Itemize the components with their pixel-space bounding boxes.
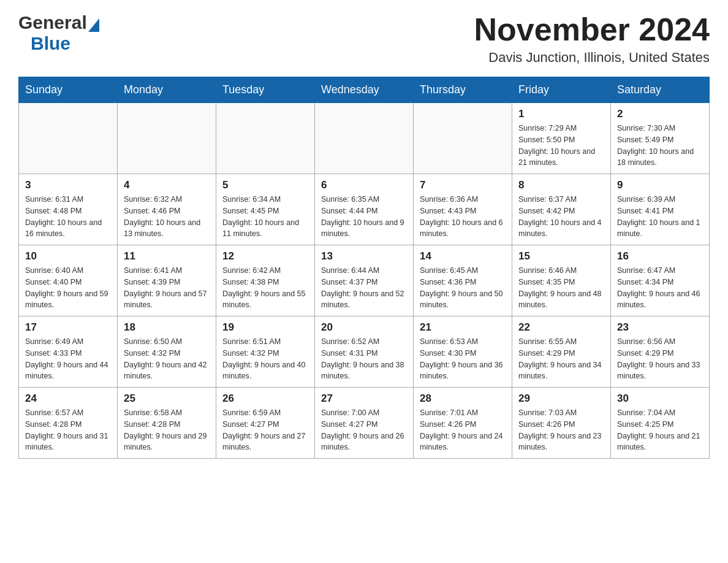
header-day-friday: Friday: [512, 77, 611, 103]
day-info: Sunrise: 6:44 AMSunset: 4:37 PMDaylight:…: [321, 265, 407, 311]
day-number: 14: [420, 250, 506, 262]
day-number: 2: [617, 108, 703, 120]
calendar-week-row: 1Sunrise: 7:29 AMSunset: 5:50 PMDaylight…: [19, 103, 710, 174]
day-number: 18: [124, 321, 210, 334]
day-number: 23: [617, 321, 703, 334]
day-number: 28: [420, 393, 506, 405]
day-number: 6: [321, 179, 407, 191]
calendar-cell: 9Sunrise: 6:39 AMSunset: 4:41 PMDaylight…: [611, 174, 710, 245]
calendar-week-row: 24Sunrise: 6:57 AMSunset: 4:28 PMDayligh…: [19, 388, 710, 459]
day-info: Sunrise: 6:51 AMSunset: 4:32 PMDaylight:…: [222, 336, 308, 382]
day-number: 27: [321, 393, 407, 405]
calendar-cell: 18Sunrise: 6:50 AMSunset: 4:32 PMDayligh…: [118, 316, 216, 388]
calendar-cell: 4Sunrise: 6:32 AMSunset: 4:46 PMDaylight…: [118, 174, 216, 245]
calendar-cell: 7Sunrise: 6:36 AMSunset: 4:43 PMDaylight…: [414, 174, 512, 245]
day-number: 4: [124, 179, 210, 191]
day-number: 25: [124, 393, 210, 405]
day-info: Sunrise: 7:03 AMSunset: 4:26 PMDaylight:…: [518, 407, 604, 453]
calendar-week-row: 10Sunrise: 6:40 AMSunset: 4:40 PMDayligh…: [19, 245, 710, 316]
calendar-cell: 16Sunrise: 6:47 AMSunset: 4:34 PMDayligh…: [611, 245, 710, 316]
calendar-cell: [19, 103, 118, 174]
day-number: 5: [222, 179, 308, 191]
day-number: 10: [25, 250, 111, 262]
day-info: Sunrise: 7:01 AMSunset: 4:26 PMDaylight:…: [420, 407, 506, 453]
calendar-cell: 20Sunrise: 6:52 AMSunset: 4:31 PMDayligh…: [315, 316, 414, 388]
day-number: 26: [222, 393, 308, 405]
day-info: Sunrise: 6:34 AMSunset: 4:45 PMDaylight:…: [222, 194, 308, 240]
day-number: 3: [25, 179, 111, 191]
day-number: 1: [518, 108, 604, 120]
day-info: Sunrise: 6:56 AMSunset: 4:29 PMDaylight:…: [617, 336, 703, 382]
day-info: Sunrise: 6:53 AMSunset: 4:30 PMDaylight:…: [420, 336, 506, 382]
day-info: Sunrise: 6:45 AMSunset: 4:36 PMDaylight:…: [420, 265, 506, 311]
calendar-cell: 11Sunrise: 6:41 AMSunset: 4:39 PMDayligh…: [118, 245, 216, 316]
header-day-saturday: Saturday: [611, 77, 710, 103]
day-number: 20: [321, 321, 407, 334]
calendar-cell: 30Sunrise: 7:04 AMSunset: 4:25 PMDayligh…: [611, 388, 710, 459]
calendar-cell: 25Sunrise: 6:58 AMSunset: 4:28 PMDayligh…: [118, 388, 216, 459]
calendar-cell: 28Sunrise: 7:01 AMSunset: 4:26 PMDayligh…: [414, 388, 512, 459]
page-header: General Blue November 2024 Davis Junctio…: [18, 12, 710, 66]
calendar-cell: 10Sunrise: 6:40 AMSunset: 4:40 PMDayligh…: [19, 245, 118, 316]
day-info: Sunrise: 6:42 AMSunset: 4:38 PMDaylight:…: [222, 265, 308, 311]
location-subtitle: Davis Junction, Illinois, United States: [474, 50, 710, 66]
day-number: 15: [518, 250, 604, 262]
calendar-cell: [216, 103, 315, 174]
day-number: 22: [518, 321, 604, 334]
day-number: 16: [617, 250, 703, 262]
day-info: Sunrise: 6:36 AMSunset: 4:43 PMDaylight:…: [420, 194, 506, 240]
calendar-cell: 3Sunrise: 6:31 AMSunset: 4:48 PMDaylight…: [19, 174, 118, 245]
calendar-cell: 6Sunrise: 6:35 AMSunset: 4:44 PMDaylight…: [315, 174, 414, 245]
calendar-cell: 2Sunrise: 7:30 AMSunset: 5:49 PMDaylight…: [611, 103, 710, 174]
day-number: 9: [617, 179, 703, 191]
calendar-cell: 8Sunrise: 6:37 AMSunset: 4:42 PMDaylight…: [512, 174, 611, 245]
day-info: Sunrise: 6:35 AMSunset: 4:44 PMDaylight:…: [321, 194, 407, 240]
day-info: Sunrise: 7:29 AMSunset: 5:50 PMDaylight:…: [518, 123, 604, 169]
logo-general-text: General: [18, 12, 87, 33]
day-info: Sunrise: 6:32 AMSunset: 4:46 PMDaylight:…: [124, 194, 210, 240]
day-number: 7: [420, 179, 506, 191]
day-number: 11: [124, 250, 210, 262]
calendar-week-row: 3Sunrise: 6:31 AMSunset: 4:48 PMDaylight…: [19, 174, 710, 245]
day-number: 29: [518, 393, 604, 405]
title-area: November 2024 Davis Junction, Illinois, …: [474, 12, 710, 66]
calendar-cell: 17Sunrise: 6:49 AMSunset: 4:33 PMDayligh…: [19, 316, 118, 388]
calendar-cell: 27Sunrise: 7:00 AMSunset: 4:27 PMDayligh…: [315, 388, 414, 459]
day-number: 13: [321, 250, 407, 262]
day-info: Sunrise: 6:57 AMSunset: 4:28 PMDaylight:…: [25, 407, 111, 453]
calendar-cell: 14Sunrise: 6:45 AMSunset: 4:36 PMDayligh…: [414, 245, 512, 316]
header-day-monday: Monday: [118, 77, 216, 103]
header-day-thursday: Thursday: [414, 77, 512, 103]
logo: General Blue: [18, 12, 99, 54]
calendar-cell: [118, 103, 216, 174]
day-info: Sunrise: 6:46 AMSunset: 4:35 PMDaylight:…: [518, 265, 604, 311]
month-title: November 2024: [474, 12, 710, 47]
calendar-cell: 26Sunrise: 6:59 AMSunset: 4:27 PMDayligh…: [216, 388, 315, 459]
header-day-tuesday: Tuesday: [216, 77, 315, 103]
day-info: Sunrise: 6:37 AMSunset: 4:42 PMDaylight:…: [518, 194, 604, 240]
calendar-cell: 13Sunrise: 6:44 AMSunset: 4:37 PMDayligh…: [315, 245, 414, 316]
day-number: 19: [222, 321, 308, 334]
day-number: 8: [518, 179, 604, 191]
calendar-cell: [414, 103, 512, 174]
calendar-cell: 21Sunrise: 6:53 AMSunset: 4:30 PMDayligh…: [414, 316, 512, 388]
calendar-cell: 22Sunrise: 6:55 AMSunset: 4:29 PMDayligh…: [512, 316, 611, 388]
calendar-cell: 12Sunrise: 6:42 AMSunset: 4:38 PMDayligh…: [216, 245, 315, 316]
calendar-cell: 1Sunrise: 7:29 AMSunset: 5:50 PMDaylight…: [512, 103, 611, 174]
calendar-cell: [315, 103, 414, 174]
day-number: 30: [617, 393, 703, 405]
header-day-sunday: Sunday: [19, 77, 118, 103]
day-info: Sunrise: 6:49 AMSunset: 4:33 PMDaylight:…: [25, 336, 111, 382]
calendar-header-row: SundayMondayTuesdayWednesdayThursdayFrid…: [19, 77, 710, 103]
calendar-cell: 29Sunrise: 7:03 AMSunset: 4:26 PMDayligh…: [512, 388, 611, 459]
day-info: Sunrise: 7:04 AMSunset: 4:25 PMDaylight:…: [617, 407, 703, 453]
day-info: Sunrise: 7:30 AMSunset: 5:49 PMDaylight:…: [617, 123, 703, 169]
day-number: 21: [420, 321, 506, 334]
day-info: Sunrise: 6:59 AMSunset: 4:27 PMDaylight:…: [222, 407, 308, 453]
day-info: Sunrise: 6:31 AMSunset: 4:48 PMDaylight:…: [25, 194, 111, 240]
day-info: Sunrise: 6:58 AMSunset: 4:28 PMDaylight:…: [124, 407, 210, 453]
day-number: 12: [222, 250, 308, 262]
header-day-wednesday: Wednesday: [315, 77, 414, 103]
calendar-cell: 23Sunrise: 6:56 AMSunset: 4:29 PMDayligh…: [611, 316, 710, 388]
calendar-cell: 15Sunrise: 6:46 AMSunset: 4:35 PMDayligh…: [512, 245, 611, 316]
